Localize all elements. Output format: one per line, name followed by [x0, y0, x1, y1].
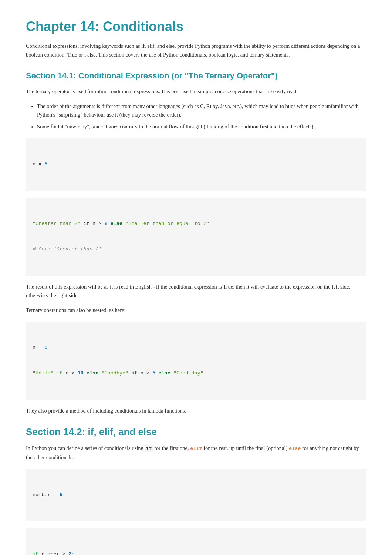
- chapter-title: Chapter 14: Conditionals: [26, 18, 366, 34]
- code-line-nested-ternary: "Hello" if n > 10 else "Goodbye" if n > …: [33, 369, 359, 378]
- inline-else: else: [289, 446, 301, 451]
- bullet-2: Some find it "unwieldy", since it goes c…: [37, 122, 366, 131]
- section-14-2-desc1: In Python you can define a series of con…: [26, 444, 366, 462]
- code-block-2: "Greater than 2" if n > 2 else "Smaller …: [26, 198, 366, 276]
- intro-text: Conditional expressions, involving keywo…: [26, 42, 366, 60]
- section-14-2: Section 14.2: if, elif, and else In Pyth…: [26, 426, 366, 555]
- code-if-line: if number > 2:: [33, 550, 359, 555]
- code-line-comment-out: # Out: 'Greater than 2': [33, 245, 359, 254]
- section-14-1-after-code1: The result of this expression will be as…: [26, 283, 366, 300]
- code-line-n5: n = 5: [33, 160, 359, 169]
- code-line-ternary: "Greater than 2" if n > 2 else "Smaller …: [33, 220, 359, 228]
- section-14-1: Section 14.1: Conditional Expression (or…: [26, 71, 366, 416]
- code-block-3: n = 5 "Hello" if n > 10 else "Goodbye" i…: [26, 322, 366, 400]
- bullet-1: The order of the arguments is different …: [37, 102, 366, 120]
- code-line-n5-2: n = 5: [33, 344, 359, 352]
- section-14-1-title: Section 14.1: Conditional Expression (or…: [26, 71, 366, 81]
- code-line-number5: number = 5: [33, 491, 359, 500]
- section-14-1-nested-intro: Ternary operations can also be nested, a…: [26, 306, 366, 315]
- code-block-1: n = 5: [26, 138, 366, 191]
- inline-if: if: [145, 445, 153, 452]
- code-block-if-elif-else: if number > 2: print("Number is bigger t…: [26, 528, 366, 555]
- section-14-1-bullets: The order of the arguments is different …: [37, 102, 366, 132]
- section-14-1-after-code2: They also provide a method of including …: [26, 407, 366, 416]
- section-14-1-desc1: The ternary operator is used for inline …: [26, 87, 366, 96]
- section-14-2-title: Section 14.2: if, elif, and else: [26, 426, 366, 438]
- code-block-number5: number = 5: [26, 469, 366, 522]
- page-container: Chapter 14: Conditionals Conditional exp…: [0, 0, 392, 555]
- inline-elif: elif: [190, 446, 202, 451]
